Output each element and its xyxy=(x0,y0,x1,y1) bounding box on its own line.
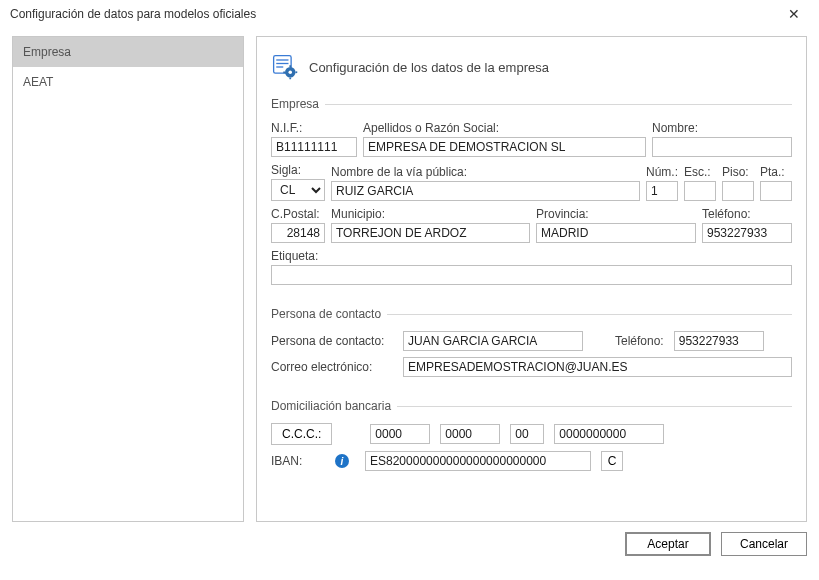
input-municipio[interactable] xyxy=(331,223,530,243)
close-icon[interactable]: ✕ xyxy=(779,6,809,22)
section-banco: Domiciliación bancaria C.C.C.: IBAN: i C xyxy=(271,399,792,481)
input-etiqueta[interactable] xyxy=(271,265,792,285)
section-legend: Empresa xyxy=(271,97,325,111)
info-icon: i xyxy=(335,454,349,468)
input-pta[interactable] xyxy=(760,181,792,201)
panel-title: Configuración de los datos de la empresa xyxy=(309,60,549,75)
input-ccc2[interactable] xyxy=(440,424,500,444)
dialog-body: Empresa AEAT C xyxy=(0,26,819,522)
window-title: Configuración de datos para modelos ofic… xyxy=(10,7,779,21)
label-num: Núm.: xyxy=(646,165,678,179)
input-correo[interactable] xyxy=(403,357,792,377)
cancel-button[interactable]: Cancelar xyxy=(721,532,807,556)
sidebar: Empresa AEAT xyxy=(12,36,244,522)
input-persona[interactable] xyxy=(403,331,583,351)
label-via: Nombre de la vía pública: xyxy=(331,165,640,179)
ccc-button[interactable]: C.C.C.: xyxy=(271,423,332,445)
sidebar-item-aeat[interactable]: AEAT xyxy=(13,67,243,97)
section-legend: Persona de contacto xyxy=(271,307,387,321)
label-cpostal: C.Postal: xyxy=(271,207,325,221)
label-provincia: Provincia: xyxy=(536,207,696,221)
input-iban[interactable] xyxy=(365,451,591,471)
label-nif: N.I.F.: xyxy=(271,121,357,135)
input-num[interactable] xyxy=(646,181,678,201)
sidebar-item-label: Empresa xyxy=(23,45,71,59)
input-provincia[interactable] xyxy=(536,223,696,243)
input-nombre[interactable] xyxy=(652,137,792,157)
sidebar-item-label: AEAT xyxy=(23,75,53,89)
svg-point-5 xyxy=(289,71,293,75)
input-via[interactable] xyxy=(331,181,640,201)
label-correo: Correo electrónico: xyxy=(271,360,393,374)
dialog-buttons: Aceptar Cancelar xyxy=(0,522,819,556)
settings-icon xyxy=(271,53,299,81)
select-sigla[interactable]: CL xyxy=(271,179,325,201)
input-esc[interactable] xyxy=(684,181,716,201)
label-esc: Esc.: xyxy=(684,165,716,179)
input-ccc4[interactable] xyxy=(554,424,664,444)
main-panel: Configuración de los datos de la empresa… xyxy=(256,36,807,522)
input-cpostal[interactable] xyxy=(271,223,325,243)
section-legend: Domiciliación bancaria xyxy=(271,399,397,413)
label-nombre: Nombre: xyxy=(652,121,792,135)
label-telefono-contacto: Teléfono: xyxy=(615,334,664,348)
panel-header: Configuración de los datos de la empresa xyxy=(271,49,792,81)
section-contacto: Persona de contacto Persona de contacto:… xyxy=(271,307,792,387)
section-empresa: Empresa N.I.F.: Apellidos o Razón Social… xyxy=(271,97,792,295)
label-iban: IBAN: xyxy=(271,454,325,468)
label-etiqueta: Etiqueta: xyxy=(271,249,792,263)
calc-iban-button[interactable]: C xyxy=(601,451,623,471)
input-ccc1[interactable] xyxy=(370,424,430,444)
input-telefono[interactable] xyxy=(702,223,792,243)
label-apellidos: Apellidos o Razón Social: xyxy=(363,121,646,135)
accept-button[interactable]: Aceptar xyxy=(625,532,711,556)
input-ccc3[interactable] xyxy=(510,424,544,444)
label-persona: Persona de contacto: xyxy=(271,334,393,348)
label-municipio: Municipio: xyxy=(331,207,530,221)
label-piso: Piso: xyxy=(722,165,754,179)
input-telefono-contacto[interactable] xyxy=(674,331,764,351)
input-apellidos[interactable] xyxy=(363,137,646,157)
titlebar: Configuración de datos para modelos ofic… xyxy=(0,0,819,26)
sidebar-item-empresa[interactable]: Empresa xyxy=(13,37,243,67)
label-sigla: Sigla: xyxy=(271,163,325,177)
input-nif[interactable] xyxy=(271,137,357,157)
label-telefono: Teléfono: xyxy=(702,207,792,221)
label-pta: Pta.: xyxy=(760,165,792,179)
input-piso[interactable] xyxy=(722,181,754,201)
